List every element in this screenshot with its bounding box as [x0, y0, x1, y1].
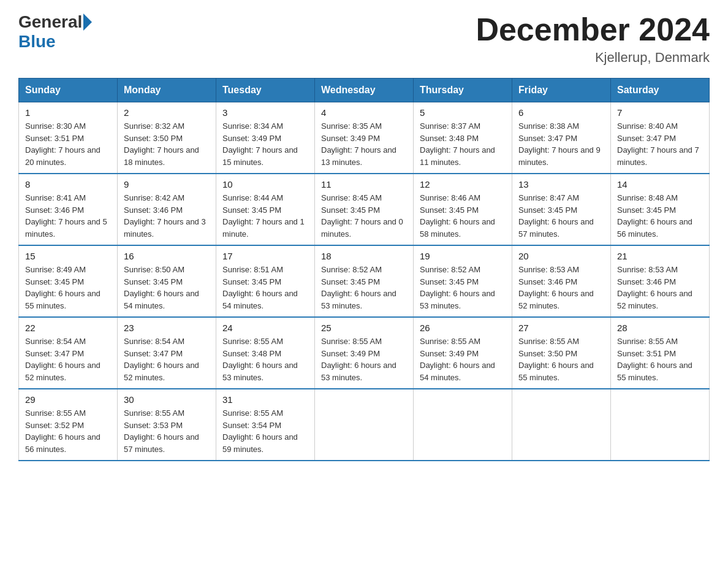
day-info: Sunrise: 8:53 AM Sunset: 3:46 PM Dayligh… [518, 265, 594, 310]
calendar-cell: 2 Sunrise: 8:32 AM Sunset: 3:50 PM Dayli… [118, 102, 216, 174]
weekday-header-monday: Monday [118, 79, 216, 102]
day-info: Sunrise: 8:55 AM Sunset: 3:48 PM Dayligh… [222, 337, 298, 382]
day-number: 9 [124, 179, 210, 190]
day-number: 3 [222, 107, 308, 118]
weekday-header-wednesday: Wednesday [315, 79, 414, 102]
calendar-cell: 7 Sunrise: 8:40 AM Sunset: 3:47 PM Dayli… [611, 102, 710, 174]
day-number: 29 [25, 394, 111, 405]
day-number: 2 [124, 107, 210, 118]
calendar-cell: 21 Sunrise: 8:53 AM Sunset: 3:46 PM Dayl… [611, 245, 710, 317]
calendar-cell: 12 Sunrise: 8:46 AM Sunset: 3:45 PM Dayl… [414, 174, 512, 245]
day-number: 23 [124, 323, 210, 333]
week-row-1: 1 Sunrise: 8:30 AM Sunset: 3:51 PM Dayli… [19, 102, 710, 174]
day-number: 31 [222, 394, 308, 405]
day-info: Sunrise: 8:51 AM Sunset: 3:45 PM Dayligh… [222, 265, 298, 310]
day-number: 21 [617, 251, 703, 261]
logo-arrow-icon [83, 13, 92, 31]
day-number: 24 [222, 323, 308, 333]
day-number: 4 [321, 107, 407, 118]
calendar-cell: 9 Sunrise: 8:42 AM Sunset: 3:46 PM Dayli… [118, 174, 216, 245]
calendar-cell: 17 Sunrise: 8:51 AM Sunset: 3:45 PM Dayl… [216, 245, 315, 317]
calendar-cell: 31 Sunrise: 8:55 AM Sunset: 3:54 PM Dayl… [216, 389, 315, 461]
calendar-cell: 3 Sunrise: 8:34 AM Sunset: 3:49 PM Dayli… [216, 102, 315, 174]
calendar-cell: 24 Sunrise: 8:55 AM Sunset: 3:48 PM Dayl… [216, 317, 315, 389]
day-info: Sunrise: 8:48 AM Sunset: 3:45 PM Dayligh… [617, 193, 692, 239]
day-number: 25 [321, 323, 407, 333]
calendar-cell: 29 Sunrise: 8:55 AM Sunset: 3:52 PM Dayl… [19, 389, 118, 461]
calendar-cell [315, 389, 414, 461]
weekday-header-tuesday: Tuesday [216, 79, 315, 102]
calendar-cell: 4 Sunrise: 8:35 AM Sunset: 3:49 PM Dayli… [315, 102, 414, 174]
day-info: Sunrise: 8:37 AM Sunset: 3:48 PM Dayligh… [420, 121, 495, 167]
day-info: Sunrise: 8:55 AM Sunset: 3:52 PM Dayligh… [25, 408, 100, 454]
calendar-cell: 13 Sunrise: 8:47 AM Sunset: 3:45 PM Dayl… [512, 174, 611, 245]
weekday-header-sunday: Sunday [19, 79, 118, 102]
calendar-cell [512, 389, 611, 461]
day-info: Sunrise: 8:55 AM Sunset: 3:53 PM Dayligh… [124, 408, 199, 454]
day-info: Sunrise: 8:49 AM Sunset: 3:45 PM Dayligh… [25, 265, 100, 310]
week-row-3: 15 Sunrise: 8:49 AM Sunset: 3:45 PM Dayl… [19, 245, 710, 317]
day-info: Sunrise: 8:53 AM Sunset: 3:46 PM Dayligh… [617, 265, 692, 310]
day-number: 1 [25, 107, 111, 118]
day-number: 10 [222, 179, 308, 190]
day-info: Sunrise: 8:55 AM Sunset: 3:49 PM Dayligh… [420, 337, 495, 382]
day-info: Sunrise: 8:54 AM Sunset: 3:47 PM Dayligh… [124, 337, 199, 382]
day-number: 7 [617, 107, 703, 118]
day-number: 11 [321, 179, 407, 190]
day-number: 27 [518, 323, 604, 333]
week-row-4: 22 Sunrise: 8:54 AM Sunset: 3:47 PM Dayl… [19, 317, 710, 389]
day-info: Sunrise: 8:35 AM Sunset: 3:49 PM Dayligh… [321, 121, 396, 167]
weekday-header-saturday: Saturday [611, 79, 710, 102]
calendar-cell: 22 Sunrise: 8:54 AM Sunset: 3:47 PM Dayl… [19, 317, 118, 389]
day-info: Sunrise: 8:40 AM Sunset: 3:47 PM Dayligh… [617, 121, 699, 167]
day-number: 15 [25, 251, 111, 261]
day-info: Sunrise: 8:45 AM Sunset: 3:45 PM Dayligh… [321, 193, 403, 239]
calendar-cell: 11 Sunrise: 8:45 AM Sunset: 3:45 PM Dayl… [315, 174, 414, 245]
calendar-cell: 27 Sunrise: 8:55 AM Sunset: 3:50 PM Dayl… [512, 317, 611, 389]
week-row-2: 8 Sunrise: 8:41 AM Sunset: 3:46 PM Dayli… [19, 174, 710, 245]
title-section: December 2024 Kjellerup, Denmark [476, 12, 710, 66]
day-info: Sunrise: 8:44 AM Sunset: 3:45 PM Dayligh… [222, 193, 305, 239]
calendar-cell [414, 389, 512, 461]
day-number: 17 [222, 251, 308, 261]
day-info: Sunrise: 8:41 AM Sunset: 3:46 PM Dayligh… [25, 193, 107, 239]
week-row-5: 29 Sunrise: 8:55 AM Sunset: 3:52 PM Dayl… [19, 389, 710, 461]
calendar-cell: 26 Sunrise: 8:55 AM Sunset: 3:49 PM Dayl… [414, 317, 512, 389]
day-number: 18 [321, 251, 407, 261]
calendar-cell: 20 Sunrise: 8:53 AM Sunset: 3:46 PM Dayl… [512, 245, 611, 317]
weekday-header-row: SundayMondayTuesdayWednesdayThursdayFrid… [19, 79, 710, 102]
day-info: Sunrise: 8:50 AM Sunset: 3:45 PM Dayligh… [124, 265, 199, 310]
calendar-cell: 28 Sunrise: 8:55 AM Sunset: 3:51 PM Dayl… [611, 317, 710, 389]
day-info: Sunrise: 8:55 AM Sunset: 3:50 PM Dayligh… [518, 337, 594, 382]
location-text: Kjellerup, Denmark [476, 50, 710, 66]
day-info: Sunrise: 8:46 AM Sunset: 3:45 PM Dayligh… [420, 193, 495, 239]
day-number: 16 [124, 251, 210, 261]
calendar-cell: 19 Sunrise: 8:52 AM Sunset: 3:45 PM Dayl… [414, 245, 512, 317]
day-info: Sunrise: 8:55 AM Sunset: 3:49 PM Dayligh… [321, 337, 396, 382]
day-number: 19 [420, 251, 506, 261]
month-title: December 2024 [476, 12, 710, 47]
day-number: 26 [420, 323, 506, 333]
calendar-cell: 18 Sunrise: 8:52 AM Sunset: 3:45 PM Dayl… [315, 245, 414, 317]
day-number: 6 [518, 107, 604, 118]
calendar-cell: 14 Sunrise: 8:48 AM Sunset: 3:45 PM Dayl… [611, 174, 710, 245]
calendar-cell: 15 Sunrise: 8:49 AM Sunset: 3:45 PM Dayl… [19, 245, 118, 317]
day-info: Sunrise: 8:55 AM Sunset: 3:51 PM Dayligh… [617, 337, 692, 382]
day-info: Sunrise: 8:30 AM Sunset: 3:51 PM Dayligh… [25, 121, 100, 167]
calendar-cell: 30 Sunrise: 8:55 AM Sunset: 3:53 PM Dayl… [118, 389, 216, 461]
calendar-cell: 25 Sunrise: 8:55 AM Sunset: 3:49 PM Dayl… [315, 317, 414, 389]
calendar-cell: 23 Sunrise: 8:54 AM Sunset: 3:47 PM Dayl… [118, 317, 216, 389]
day-info: Sunrise: 8:38 AM Sunset: 3:47 PM Dayligh… [518, 121, 601, 167]
logo-general-text: General [18, 12, 82, 32]
calendar-cell: 6 Sunrise: 8:38 AM Sunset: 3:47 PM Dayli… [512, 102, 611, 174]
calendar-cell: 16 Sunrise: 8:50 AM Sunset: 3:45 PM Dayl… [118, 245, 216, 317]
day-info: Sunrise: 8:47 AM Sunset: 3:45 PM Dayligh… [518, 193, 594, 239]
calendar-cell: 5 Sunrise: 8:37 AM Sunset: 3:48 PM Dayli… [414, 102, 512, 174]
calendar-cell [611, 389, 710, 461]
day-info: Sunrise: 8:32 AM Sunset: 3:50 PM Dayligh… [124, 121, 199, 167]
calendar-cell: 8 Sunrise: 8:41 AM Sunset: 3:46 PM Dayli… [19, 174, 118, 245]
calendar-table: SundayMondayTuesdayWednesdayThursdayFrid… [18, 78, 710, 461]
day-number: 8 [25, 179, 111, 190]
day-info: Sunrise: 8:42 AM Sunset: 3:46 PM Dayligh… [124, 193, 206, 239]
day-number: 20 [518, 251, 604, 261]
